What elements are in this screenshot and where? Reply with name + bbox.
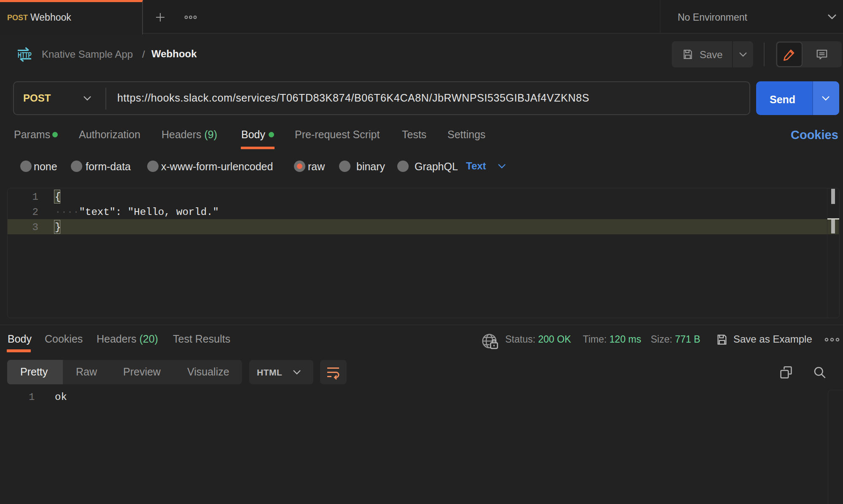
svg-text:HTTP: HTTP: [18, 51, 32, 59]
